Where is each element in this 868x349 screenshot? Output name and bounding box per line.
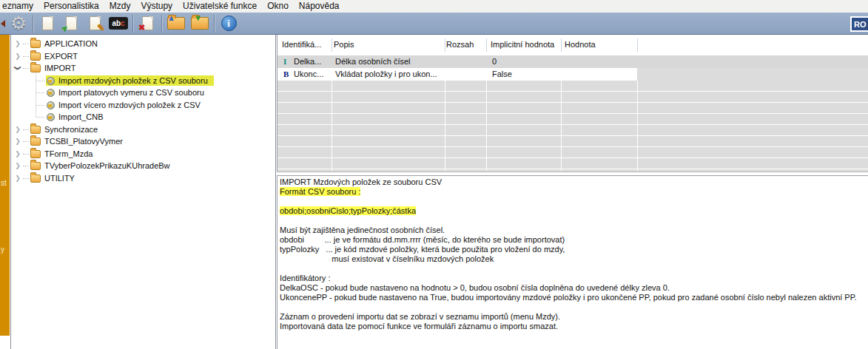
tree-item-label: TForm_Mzda [44, 149, 92, 158]
menu-item-personalistika[interactable]: Personalistika [38, 0, 104, 13]
cell-popis: Délka osobních čísel [335, 57, 411, 66]
folder-download-button[interactable]: ▼ [188, 13, 212, 34]
chevron-right-icon[interactable] [14, 174, 21, 182]
folder-open-icon [30, 64, 41, 72]
tree-item-tvyberpolozek[interactable]: TVyberPolozekPrikazuKUhradeBw [11, 160, 274, 172]
tree-item-label: APPLICATION [44, 39, 98, 48]
tree-item-label: TVyberPolozekPrikazuKUhradeBw [44, 161, 170, 170]
parameters-grid: Identifiká... Popis Rozsah Implicitní ho… [277, 35, 868, 172]
column-header-rozsah[interactable]: Rozsah [446, 40, 474, 49]
delete-document-button[interactable]: ✖ [135, 13, 159, 34]
toolbar-overflow-icon[interactable] [1, 20, 5, 27]
blue-up-arrow-icon: ▲ [167, 14, 175, 22]
chevron-right-icon[interactable] [14, 138, 21, 145]
function-icon [47, 77, 55, 85]
grid-row-ukoncene[interactable]: B Ukonc... Vkládat položky i pro ukon...… [277, 68, 637, 81]
rename-button[interactable]: abc [107, 13, 130, 34]
memo-line [280, 197, 868, 206]
tree-item-label: Import_CNB [58, 112, 104, 121]
tree-item-import-vicero[interactable]: Import vícero mzdových položek z CSV [11, 99, 274, 111]
tree-item-import-cnb[interactable]: Import_CNB [11, 111, 274, 123]
folder-icon [30, 40, 41, 48]
grid-row-delka[interactable]: I Delka... Délka osobních čísel 0 [277, 55, 868, 68]
tree-item-label: TCSBI_PlatovyVymer [44, 137, 123, 146]
description-memo[interactable]: IMPORT Mzdových položek ze souboru CSV F… [277, 175, 868, 349]
cell-implicitni-hodnota: False [492, 70, 512, 78]
memo-line [280, 264, 868, 274]
cell-identifikator: Delka... [294, 57, 321, 66]
tree-item-label: UTILITY [44, 174, 75, 183]
settings-button[interactable] [7, 13, 30, 34]
toolbar-separator [132, 15, 133, 33]
integer-type-icon: I [283, 57, 286, 66]
toolbar-separator [161, 15, 162, 33]
app-logo: RO [850, 16, 868, 32]
chevron-right-icon[interactable] [14, 40, 21, 47]
chevron-right-icon[interactable] [14, 52, 21, 60]
boolean-type-icon: B [283, 70, 289, 78]
chevron-right-icon[interactable] [14, 150, 21, 157]
tree-item-import-platovych-vymeru[interactable]: Import platovych vymeru z CSV souboru [11, 87, 274, 98]
new-document-button[interactable] [36, 13, 59, 34]
toolbar-separator [33, 15, 33, 33]
info-button[interactable] [217, 13, 240, 34]
menu-item-okno[interactable]: Okno [262, 0, 294, 13]
tree-item-label: IMPORT [44, 64, 76, 72]
edit-document-button[interactable]: ✎ [83, 13, 107, 34]
column-header-implicitni-hodnota[interactable]: Implicitní hodnota [491, 40, 554, 49]
menu-item-mzdy[interactable]: Mzdy [104, 0, 136, 13]
function-icon [47, 89, 55, 97]
abc-icon: abc [109, 17, 128, 30]
menu-item-vystupy[interactable]: Výstupy [135, 0, 178, 13]
memo-line: typPolozky ... je kód mzdové položky, kt… [280, 245, 868, 254]
folder-icon [30, 174, 41, 183]
green-down-arrow-icon: ▼ [194, 14, 202, 22]
selected-tree-item: Import mzdových položek z CSV souboru [46, 75, 214, 86]
menu-item-seznamy[interactable]: eznamy [0, 0, 38, 13]
column-header-popis[interactable]: Popis [334, 40, 354, 49]
memo-line-highlighted: obdobi;osobniCislo;typPolozky;částka [280, 206, 868, 216]
folder-icon [30, 52, 41, 61]
folder-icon [30, 162, 41, 170]
tree-item-tform-mzda[interactable]: TForm_Mzda [11, 148, 274, 160]
tree-item-label: Import mzdových položek z CSV souboru [58, 76, 208, 85]
cell-popis: Vkládat položky i pro ukon... [335, 70, 437, 78]
function-icon [47, 101, 55, 109]
folder-icon [30, 138, 41, 146]
tree-item-label: Import vícero mzdových položek z CSV [58, 101, 201, 109]
memo-line: UkoncenePP - pokud bude nastaveno na Tru… [280, 293, 868, 302]
chevron-down-icon[interactable] [14, 64, 21, 72]
abc-icon-ab: ab [112, 19, 121, 27]
tree-item-synchronizace[interactable]: Synchronizace [11, 123, 274, 135]
memo-line: IMPORT Mzdových položek ze souboru CSV [280, 177, 868, 187]
memo-line: obdobi ... je ve formátu dd.mm.rrrr (měs… [280, 235, 868, 245]
menu-bar: eznamy Personalistika Mzdy Výstupy Uživa… [0, 0, 868, 13]
folder-upload-button[interactable]: ▲ [164, 13, 188, 34]
tree-item-export[interactable]: EXPORT [11, 50, 274, 62]
collapsed-panel-tab[interactable]: st y [0, 35, 10, 336]
import-document-button[interactable]: ➤ [59, 13, 83, 34]
memo-line [280, 302, 868, 312]
memo-line-highlighted: Formát CSV souboru : [280, 187, 868, 197]
column-header-identifikator[interactable]: Identifiká... [282, 40, 321, 49]
memo-line: Identifikátory : [280, 274, 868, 283]
memo-line [280, 216, 868, 226]
cell-identifikator: Ukonc... [294, 70, 323, 78]
tree-item-import[interactable]: IMPORT [11, 62, 274, 74]
grid-header: Identifiká... Popis Rozsah Implicitní ho… [277, 35, 868, 55]
toolbar-separator [214, 15, 215, 33]
tree-item-utility[interactable]: UTILITY [11, 172, 274, 184]
tree-item-import-mzdovych-polozek[interactable]: Import mzdových položek z CSV souboru [11, 75, 274, 87]
menu-item-uzivatelske-funkce[interactable]: Uživatelské funkce [178, 0, 262, 13]
chevron-right-icon[interactable] [14, 126, 21, 133]
tree-item-tcsbi-platovyvymer[interactable]: TCSBI_PlatovyVymer [11, 135, 274, 147]
memo-line: Záznam o provedení importu dat se zobraz… [280, 312, 868, 322]
column-header-hodnota[interactable]: Hodnota [565, 40, 596, 49]
tree-item-application[interactable]: APPLICATION [11, 38, 274, 50]
strip-letter: st [1, 179, 7, 187]
menu-item-napoveda[interactable]: Nápověda [294, 0, 345, 13]
grid-empty-rows [277, 81, 868, 171]
chevron-right-icon[interactable] [14, 162, 21, 169]
pencil-icon: ✎ [97, 23, 105, 33]
tree-item-label: Import platovych vymeru z CSV souboru [58, 88, 204, 97]
